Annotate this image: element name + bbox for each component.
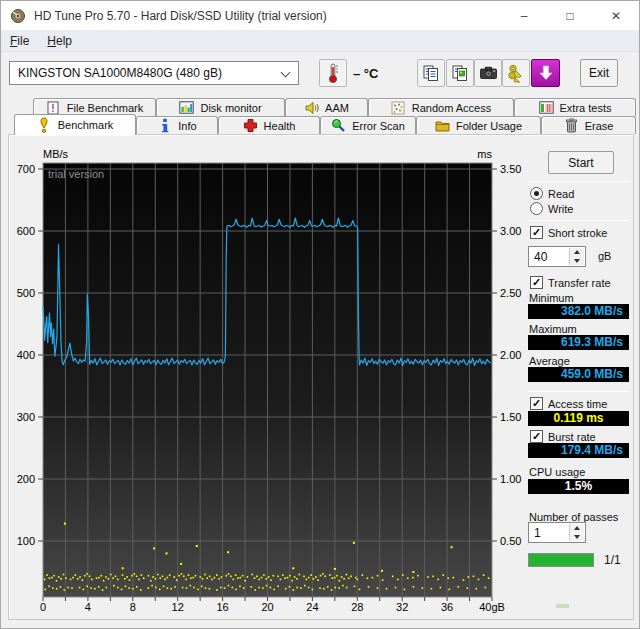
drive-select-dropdown[interactable]: KINGSTON SA1000M8480G (480 gB) — [9, 61, 299, 85]
drive-select-value: KINGSTON SA1000M8480G (480 gB) — [18, 66, 222, 80]
tab-erase[interactable]: Erase — [541, 116, 636, 134]
average-value: 459.0 MB/s — [528, 367, 629, 382]
tab-benchmark[interactable]: Benchmark — [14, 114, 136, 135]
tab-random-access[interactable]: Random Access — [368, 98, 514, 116]
average-label: Average — [529, 355, 570, 367]
render-artifact — [556, 604, 569, 608]
cpu-usage-value: 1.5% — [528, 479, 629, 494]
progress-bar — [528, 553, 594, 567]
thermometer-icon — [325, 62, 341, 84]
file-benchmark-icon: ! — [46, 100, 61, 115]
disk-monitor-icon — [179, 100, 194, 115]
spin-up-icon[interactable] — [570, 248, 584, 257]
folder-icon — [435, 118, 450, 133]
random-access-icon — [391, 100, 406, 115]
close-button[interactable]: ✕ — [593, 1, 639, 30]
short-stroke-stepper[interactable]: 40 — [528, 246, 586, 267]
keys-icon — [506, 63, 526, 83]
extra-tests-icon — [539, 100, 554, 115]
camera-icon — [479, 65, 498, 81]
title-bar: HD Tune Pro 5.70 - Hard Disk/SSD Utility… — [1, 1, 639, 30]
svg-text:!: ! — [52, 102, 55, 113]
tab-label: Benchmark — [58, 119, 114, 131]
write-radio[interactable] — [530, 202, 543, 215]
spin-buttons[interactable] — [569, 524, 584, 541]
short-stroke-row[interactable]: ✓ Short stroke — [530, 226, 607, 239]
access-time-label: Access time — [548, 398, 607, 410]
tab-health[interactable]: Health — [218, 116, 320, 134]
hd-tune-window: HD Tune Pro 5.70 - Hard Disk/SSD Utility… — [0, 0, 640, 629]
exit-button[interactable]: Exit — [580, 59, 618, 87]
screenshot-button[interactable] — [474, 59, 502, 87]
app-icon — [10, 8, 26, 24]
short-stroke-checkbox[interactable]: ✓ — [530, 226, 543, 239]
speaker-icon — [304, 100, 319, 115]
update-button[interactable] — [531, 59, 560, 87]
tab-folder-usage[interactable]: Folder Usage — [416, 116, 541, 134]
write-radio-row[interactable]: Write — [530, 202, 573, 215]
progress-text: 1/1 — [604, 553, 621, 567]
cpu-usage-label: CPU usage — [529, 466, 585, 478]
tab-extra-tests[interactable]: Extra tests — [514, 98, 636, 116]
short-stroke-unit: gB — [598, 250, 611, 262]
transfer-rate-checkbox[interactable]: ✓ — [530, 276, 543, 289]
menu-help[interactable]: Help — [38, 31, 81, 51]
short-stroke-value: 40 — [534, 250, 547, 264]
tab-label: Folder Usage — [456, 120, 522, 132]
temperature-button[interactable] — [319, 59, 347, 87]
register-button[interactable] — [502, 59, 530, 87]
tab-label: File Benchmark — [67, 102, 143, 114]
tab-label: Extra tests — [560, 102, 612, 114]
transfer-rate-label: Transfer rate — [548, 277, 611, 289]
tab-aam[interactable]: AAM — [285, 98, 368, 116]
transfer-rate-row[interactable]: ✓ Transfer rate — [530, 276, 611, 289]
trash-icon — [564, 118, 579, 133]
tab-disk-monitor[interactable]: Disk monitor — [156, 98, 285, 116]
spin-up-icon[interactable] — [570, 524, 584, 533]
health-cross-icon — [243, 118, 258, 133]
spin-down-icon[interactable] — [570, 257, 584, 266]
maximum-value: 619.3 MB/s — [528, 335, 629, 350]
access-time-checkbox[interactable]: ✓ — [530, 397, 543, 410]
passes-stepper[interactable]: 1 — [528, 522, 586, 543]
minimum-value: 382.0 MB/s — [528, 304, 629, 319]
copy-text-button[interactable] — [417, 59, 445, 87]
spin-buttons[interactable] — [569, 248, 584, 265]
burst-rate-label: Burst rate — [548, 431, 596, 443]
spin-down-icon[interactable] — [570, 533, 584, 542]
chevron-down-icon — [281, 68, 291, 78]
tab-error-scan[interactable]: Error Scan — [320, 116, 416, 134]
tab-label: Error Scan — [352, 120, 405, 132]
tab-info[interactable]: Info — [136, 116, 218, 134]
temperature-value: – °C — [353, 66, 378, 81]
short-stroke-label: Short stroke — [548, 227, 607, 239]
copy-image-button[interactable] — [446, 59, 474, 87]
start-label: Start — [568, 156, 593, 170]
download-arrow-icon — [538, 64, 554, 82]
minimum-label: Minimum — [529, 292, 574, 304]
tab-label: Erase — [585, 120, 614, 132]
info-icon — [157, 118, 172, 133]
tab-label: Disk monitor — [200, 102, 261, 114]
burst-rate-checkbox[interactable]: ✓ — [530, 430, 543, 443]
copy-text-icon — [422, 64, 440, 82]
read-radio-row[interactable]: Read — [530, 187, 574, 200]
menu-file[interactable]: File — [1, 31, 38, 51]
read-radio[interactable] — [530, 187, 543, 200]
minimize-button[interactable]: – — [501, 1, 547, 30]
burst-rate-value: 179.4 MB/s — [528, 443, 629, 458]
maximize-button[interactable]: □ — [547, 1, 593, 30]
passes-value: 1 — [534, 526, 541, 540]
access-time-row[interactable]: ✓ Access time — [530, 397, 607, 410]
benchmark-control-panel: Start Read Write ✓ Short stroke 40 gB ✓ … — [522, 134, 632, 620]
tab-label: Info — [178, 120, 196, 132]
tab-label: Random Access — [412, 102, 491, 114]
toolbar: KINGSTON SA1000M8480G (480 gB) – °C — [1, 53, 639, 97]
tab-label: AAM — [325, 102, 349, 114]
burst-rate-row[interactable]: ✓ Burst rate — [530, 430, 596, 443]
magnifier-icon — [331, 118, 346, 133]
window-title: HD Tune Pro 5.70 - Hard Disk/SSD Utility… — [34, 9, 327, 23]
benchmark-icon — [37, 118, 52, 133]
start-button[interactable]: Start — [548, 151, 614, 174]
access-time-value: 0.119 ms — [528, 411, 629, 426]
